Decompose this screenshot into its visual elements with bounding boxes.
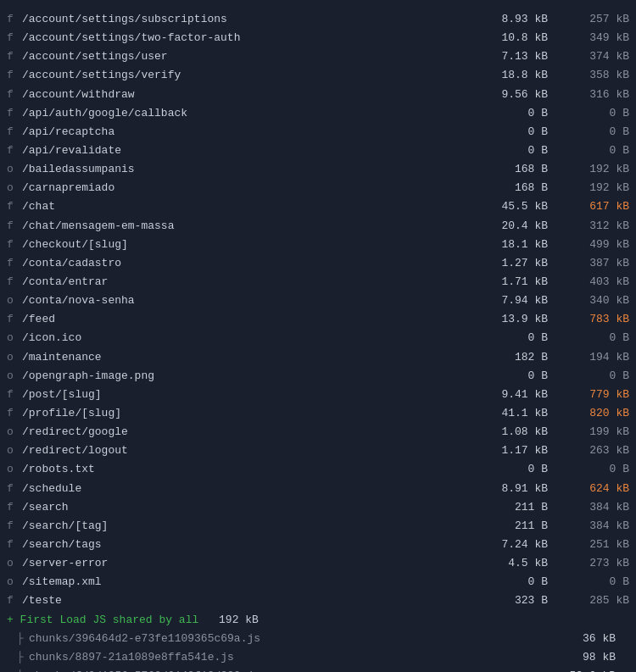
route-type: o: [7, 424, 22, 441]
route-type: o: [7, 180, 22, 197]
route-size-second: 820 kB: [561, 405, 629, 422]
chunk-row: ├ chunks/8897-21a1089e8ffa541e.js 98 kB: [0, 648, 636, 667]
route-row: f /teste 323 B 285 kB: [0, 591, 636, 610]
route-row: f /search/[tag] 211 B 384 kB: [0, 517, 636, 536]
route-type: f: [7, 386, 22, 403]
route-size-first: 182 B: [485, 349, 561, 366]
route-size-first: 9.41 kB: [485, 386, 561, 403]
route-type: f: [7, 592, 22, 609]
route-size-second: 0 B: [561, 105, 629, 122]
route-path: /account/withdraw: [22, 86, 485, 103]
chunk-bar: ├: [17, 649, 29, 666]
route-size-second: 783 kB: [561, 311, 629, 328]
route-size-second: 0 B: [561, 142, 629, 159]
route-type: f: [7, 499, 22, 516]
route-size-first: 45.5 kB: [485, 198, 561, 215]
route-size-first: 8.91 kB: [485, 480, 561, 497]
route-row: f /account/settings/two-factor-auth 10.8…: [0, 29, 636, 47]
route-size-second: 384 kB: [561, 518, 629, 535]
route-row: f /api/recaptcha 0 B 0 B: [0, 123, 636, 142]
route-size-second: 312 kB: [561, 218, 629, 235]
route-type: f: [7, 311, 22, 328]
route-size-first: 0 B: [485, 142, 561, 159]
route-type: o: [7, 368, 22, 385]
route-type: f: [7, 67, 22, 84]
chunk-bar: ├: [17, 668, 29, 672]
route-type: o: [7, 330, 22, 347]
route-size-first: 10.8 kB: [485, 30, 561, 47]
route-row: f /post/[slug] 9.41 kB 779 kB: [0, 386, 636, 404]
route-size-second: 387 kB: [561, 255, 629, 272]
route-row: o /server-error 4.5 kB 273 kB: [0, 554, 636, 573]
route-row: f /search/tags 7.24 kB 251 kB: [0, 536, 636, 554]
route-path: /profile/[slug]: [22, 405, 485, 422]
route-size-second: 358 kB: [561, 67, 629, 84]
route-path: /server-error: [22, 555, 485, 572]
route-size-first: 0 B: [485, 124, 561, 141]
route-size-first: 211 B: [485, 518, 561, 535]
route-path: /conta/entrar: [22, 274, 485, 291]
route-size-second: 257 kB: [561, 11, 629, 28]
route-type: f: [7, 142, 22, 159]
route-size-second: 499 kB: [561, 236, 629, 253]
route-type: f: [7, 518, 22, 535]
route-row: f /feed 13.9 kB 783 kB: [0, 310, 636, 329]
route-path: /chat/mensagem-em-massa: [22, 218, 485, 235]
route-size-first: 7.94 kB: [485, 292, 561, 309]
route-path: /api/revalidate: [22, 142, 485, 159]
route-size-second: 403 kB: [561, 274, 629, 291]
route-path: /icon.ico: [22, 330, 485, 347]
route-row: f /account/settings/subscriptions 8.93 k…: [0, 10, 636, 29]
route-row: f /chat/mensagem-em-massa 20.4 kB 312 kB: [0, 217, 636, 236]
route-size-first: 7.13 kB: [485, 48, 561, 65]
chunk-bar: ├: [17, 630, 29, 647]
route-size-first: 168 B: [485, 161, 561, 178]
route-path: /search/tags: [22, 536, 485, 553]
route-size-second: 0 B: [561, 124, 629, 141]
route-path: /account/settings/user: [22, 48, 485, 65]
route-path: /checkout/[slug]: [22, 236, 485, 253]
chunk-size: 36 kB: [561, 630, 629, 647]
route-size-first: 1.08 kB: [485, 424, 561, 441]
route-path: /teste: [22, 592, 485, 609]
route-size-first: 0 B: [485, 330, 561, 347]
route-type: o: [7, 574, 22, 591]
route-size-first: 168 B: [485, 180, 561, 197]
route-size-second: 779 kB: [561, 386, 629, 403]
route-size-first: 18.1 kB: [485, 236, 561, 253]
route-size-second: 349 kB: [561, 30, 629, 47]
route-type: f: [7, 48, 22, 65]
route-size-first: 323 B: [485, 592, 561, 609]
route-row: f /api/auth/google/callback 0 B 0 B: [0, 104, 636, 123]
route-path: /carnapremiado: [22, 180, 485, 197]
route-type: f: [7, 30, 22, 47]
route-path: /bailedassumpanis: [22, 161, 485, 178]
route-row: f /search 211 B 384 kB: [0, 498, 636, 517]
route-size-first: 18.8 kB: [485, 67, 561, 84]
route-size-second: 0 B: [561, 368, 629, 385]
route-path: /maintenance: [22, 349, 485, 366]
route-type: o: [7, 442, 22, 459]
route-size-second: 624 kB: [561, 480, 629, 497]
route-row: o /opengraph-image.png 0 B 0 B: [0, 367, 636, 386]
route-type: o: [7, 292, 22, 309]
route-row: f /conta/cadastro 1.27 kB 387 kB: [0, 254, 636, 273]
chunk-row: ├ chunks/fd9d1056-5760d6140f12d329.js 53…: [0, 667, 636, 672]
route-size-first: 0 B: [485, 105, 561, 122]
route-path: /account/settings/subscriptions: [22, 11, 485, 28]
route-size-first: 7.24 kB: [485, 536, 561, 553]
route-path: /sitemap.xml: [22, 574, 485, 591]
route-size-second: 263 kB: [561, 442, 629, 459]
route-type: o: [7, 461, 22, 478]
route-type: o: [7, 555, 22, 572]
route-size-second: 192 kB: [561, 180, 629, 197]
route-path: /search/[tag]: [22, 518, 485, 535]
route-size-second: 0 B: [561, 574, 629, 591]
route-type: f: [7, 11, 22, 28]
route-type: o: [7, 349, 22, 366]
route-size-second: 374 kB: [561, 48, 629, 65]
route-path: /account/settings/two-factor-auth: [22, 30, 485, 47]
route-size-first: 211 B: [485, 499, 561, 516]
route-type: f: [7, 536, 22, 553]
chunk-name: chunks/396464d2-e73fe1109365c69a.js: [29, 630, 561, 647]
